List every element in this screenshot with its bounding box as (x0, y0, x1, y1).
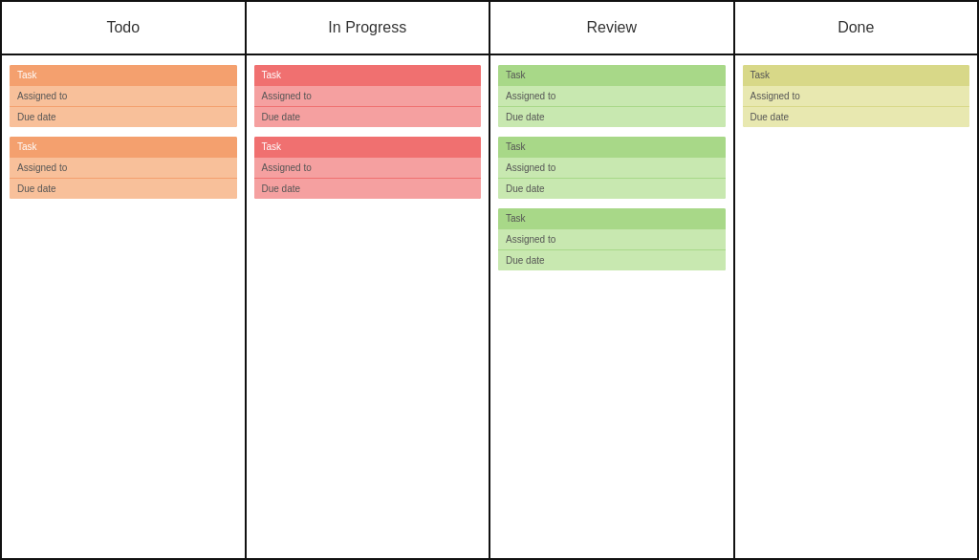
card-task-label: Task (254, 137, 482, 157)
kanban-board: TodoTaskAssigned toDue dateTaskAssigned … (0, 0, 979, 560)
card[interactable]: TaskAssigned toDue date (10, 65, 237, 127)
card[interactable]: TaskAssigned toDue date (498, 65, 726, 127)
card-task-label: Task (10, 137, 237, 157)
column-body-in-progress: TaskAssigned toDue dateTaskAssigned toDu… (247, 55, 490, 558)
card-due-label: Due date (743, 106, 970, 127)
card[interactable]: TaskAssigned toDue date (743, 65, 970, 127)
card-due-label: Due date (498, 106, 726, 127)
column-body-done: TaskAssigned toDue date (735, 55, 978, 558)
column-header-in-progress: In Progress (247, 2, 490, 55)
column-body-review: TaskAssigned toDue dateTaskAssigned toDu… (490, 55, 733, 558)
card-assigned-label: Assigned to (10, 157, 237, 178)
card-task-label: Task (498, 208, 726, 228)
card-assigned-label: Assigned to (10, 85, 237, 106)
card[interactable]: TaskAssigned toDue date (254, 137, 482, 199)
column-todo: TodoTaskAssigned toDue dateTaskAssigned … (2, 2, 247, 558)
card-due-label: Due date (254, 106, 482, 127)
column-done: DoneTaskAssigned toDue date (735, 2, 978, 558)
card-assigned-label: Assigned to (743, 85, 970, 106)
column-review: ReviewTaskAssigned toDue dateTaskAssigne… (490, 2, 735, 558)
card[interactable]: TaskAssigned toDue date (498, 137, 726, 199)
card-task-label: Task (498, 137, 726, 157)
card-assigned-label: Assigned to (498, 85, 726, 106)
column-header-review: Review (490, 2, 733, 55)
column-header-todo: Todo (2, 2, 245, 55)
card-due-label: Due date (10, 106, 237, 127)
card-due-label: Due date (254, 178, 482, 199)
column-body-todo: TaskAssigned toDue dateTaskAssigned toDu… (2, 55, 245, 558)
card-assigned-label: Assigned to (254, 85, 482, 106)
card-task-label: Task (743, 65, 970, 85)
card[interactable]: TaskAssigned toDue date (254, 65, 482, 127)
card-due-label: Due date (498, 249, 726, 270)
card-task-label: Task (498, 65, 726, 85)
card-due-label: Due date (498, 178, 726, 199)
card-assigned-label: Assigned to (498, 157, 726, 178)
card[interactable]: TaskAssigned toDue date (10, 137, 237, 199)
card-due-label: Due date (10, 178, 237, 199)
card-task-label: Task (10, 65, 237, 85)
column-in-progress: In ProgressTaskAssigned toDue dateTaskAs… (247, 2, 491, 558)
card-assigned-label: Assigned to (498, 228, 726, 249)
card[interactable]: TaskAssigned toDue date (498, 208, 726, 270)
card-assigned-label: Assigned to (254, 157, 482, 178)
column-header-done: Done (735, 2, 978, 55)
card-task-label: Task (254, 65, 482, 85)
